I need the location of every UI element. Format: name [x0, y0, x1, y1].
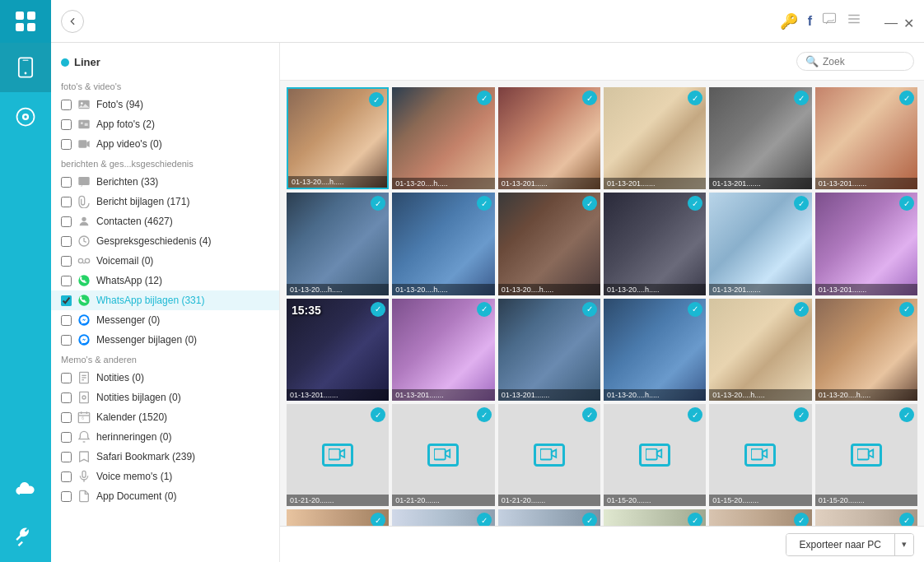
photo-cell[interactable]: ✓ 01-13-20....h.....: [604, 299, 706, 401]
photo-cell[interactable]: ✓ 01-13-201.......: [604, 87, 706, 189]
photo-grid-container[interactable]: ✓ 01-13-20....h..... ✓ 01-13-20....h....…: [280, 81, 924, 526]
app-photos-checkbox[interactable]: [61, 119, 72, 130]
app-photos-label: App foto's (2): [96, 118, 269, 130]
photo-cell-video[interactable]: ✓ 01-21-20.......: [498, 404, 600, 506]
photo-cell[interactable]: ✓ 01-13-201......: [498, 87, 600, 189]
svg-rect-6: [23, 60, 29, 61]
photo-cell[interactable]: ✓: [287, 509, 389, 526]
toolbar-music-icon[interactable]: [0, 92, 51, 142]
messenger-bijlagen-checkbox[interactable]: [61, 335, 72, 346]
photo-label: 01-13-201.......: [604, 178, 706, 189]
photo-cell-video[interactable]: ✓ 01-15-20.......: [604, 404, 706, 506]
bericht-bijlagen-checkbox[interactable]: [61, 197, 72, 207]
sidebar-item-whatsapp[interactable]: WhatsApp (12): [51, 271, 279, 290]
sidebar-item-photos[interactable]: Foto's (94): [51, 95, 279, 114]
sidebar-item-safari[interactable]: Safari Bookmark (239): [51, 447, 279, 467]
photo-cell[interactable]: ✓: [604, 509, 706, 526]
whatsapp-bijlagen-checkbox[interactable]: [61, 295, 72, 306]
bookmark-icon: [77, 449, 91, 464]
back-button[interactable]: [61, 10, 84, 33]
sidebar-item-app-document[interactable]: App Document (0): [51, 486, 279, 506]
app-video-icon: [77, 137, 91, 151]
notities-checkbox[interactable]: [61, 373, 72, 383]
photo-cell[interactable]: ✓ 01-13-20....h.....: [498, 193, 600, 295]
photo-cell[interactable]: ✓ 01-13-201.......: [392, 299, 494, 401]
photo-cell[interactable]: ✓ 01-13-201.......: [498, 299, 600, 401]
photo-cell[interactable]: ✓ 01-13-20....h.....: [392, 193, 494, 295]
export-button-label[interactable]: Exporteer naar PC: [786, 534, 895, 555]
photo-cell[interactable]: ✓ 01-13-201.......: [815, 193, 917, 295]
sidebar-item-gesprek[interactable]: Gespreksgeschiedenis (4): [51, 231, 279, 251]
sidebar-item-app-photos[interactable]: App foto's (2): [51, 114, 279, 134]
svg-rect-49: [857, 449, 869, 460]
photo-cell[interactable]: 15:35 ✓ 01-13-201.......: [287, 299, 389, 401]
messenger-checkbox[interactable]: [61, 315, 72, 326]
close-button[interactable]: ✕: [903, 16, 914, 27]
facebook-icon[interactable]: f: [808, 14, 812, 29]
photo-cell[interactable]: ✓ 01-13-20....h.....: [287, 193, 389, 295]
sidebar-item-berichten[interactable]: Berichten (33): [51, 172, 279, 192]
toolbar-cloud-icon[interactable]: [0, 463, 51, 513]
sidebar-item-voicemail[interactable]: Voicemail (0): [51, 251, 279, 271]
photo-cell-video[interactable]: ✓ 01-21-20.......: [392, 404, 494, 506]
photo-cell[interactable]: ✓ 01-13-20....h.....: [604, 193, 706, 295]
search-box[interactable]: 🔍: [796, 52, 914, 71]
key-icon[interactable]: 🔑: [780, 12, 798, 30]
whatsapp-checkbox[interactable]: [61, 276, 72, 286]
berichten-checkbox[interactable]: [61, 177, 72, 188]
messenger-bijlagen-icon: [77, 332, 91, 347]
export-arrow-icon[interactable]: ▾: [895, 534, 913, 555]
photo-cell[interactable]: ✓ 01-13-20....h.....: [287, 87, 389, 189]
photo-cell[interactable]: ✓ 01-13-20....h.....: [709, 299, 811, 401]
sidebar-item-bericht-bijlagen[interactable]: Bericht bijlagen (171): [51, 192, 279, 211]
sidebar-item-app-videos[interactable]: App video's (0): [51, 134, 279, 154]
app-logo-button[interactable]: [0, 0, 51, 43]
photo-check: ✓: [582, 91, 597, 105]
photo-check: ✓: [582, 302, 597, 317]
safari-checkbox[interactable]: [61, 452, 72, 462]
search-input[interactable]: [823, 56, 905, 67]
kalender-checkbox[interactable]: [61, 412, 72, 423]
sidebar-item-messenger[interactable]: Messenger (0): [51, 310, 279, 330]
gesprek-checkbox[interactable]: [61, 236, 72, 247]
menu-icon[interactable]: [847, 12, 861, 30]
photo-cell[interactable]: ✓ 01-13-201.......: [815, 87, 917, 189]
photo-cell[interactable]: ✓: [392, 509, 494, 526]
chat-icon[interactable]: [822, 12, 837, 30]
photo-cell[interactable]: ✓ 01-13-201.......: [709, 193, 811, 295]
voice-memo-checkbox[interactable]: [61, 471, 72, 482]
photos-checkbox[interactable]: [61, 100, 72, 110]
photo-cell[interactable]: ✓ 01-13-20....h.....: [815, 299, 917, 401]
toolbar-tools-icon[interactable]: [0, 513, 51, 562]
herinneringen-checkbox[interactable]: [61, 432, 72, 443]
sidebar-item-voice-memo[interactable]: Voice memo's (1): [51, 467, 279, 486]
photo-cell[interactable]: ✓: [815, 509, 917, 526]
photo-check: ✓: [477, 407, 492, 422]
photo-cell-video[interactable]: ✓ 01-21-20.......: [287, 404, 389, 506]
sidebar-item-whatsapp-bijlagen[interactable]: WhatsApp bijlagen (331): [51, 290, 279, 310]
voicemail-checkbox[interactable]: [61, 256, 72, 267]
minimize-button[interactable]: —: [884, 16, 896, 27]
sidebar-item-notities[interactable]: Notities (0): [51, 368, 279, 388]
photo-cell[interactable]: ✓ 01-13-201.......: [709, 87, 811, 189]
svg-point-24: [85, 258, 89, 262]
sidebar-item-messenger-bijlagen[interactable]: Messenger bijlagen (0): [51, 330, 279, 350]
photo-check: ✓: [688, 513, 702, 526]
photo-cell[interactable]: ✓: [709, 509, 811, 526]
app-document-checkbox[interactable]: [61, 491, 72, 502]
contacten-checkbox[interactable]: [61, 216, 72, 227]
sidebar-item-notities-bijlagen[interactable]: Notities bijlagen (0): [51, 388, 279, 407]
notities-bijlagen-checkbox[interactable]: [61, 392, 72, 403]
sidebar-item-kalender[interactable]: 6 Kalender (1520): [51, 407, 279, 427]
toolbar-device-icon[interactable]: [0, 43, 51, 92]
photo-cell[interactable]: ✓: [498, 509, 600, 526]
sidebar-item-herinneringen[interactable]: herinneringen (0): [51, 427, 279, 447]
photo-cell-video[interactable]: ✓ 01-15-20........: [815, 404, 917, 506]
export-button[interactable]: Exporteer naar PC ▾: [786, 533, 914, 556]
sidebar-item-contacten[interactable]: Contacten (4627): [51, 211, 279, 231]
app-videos-checkbox[interactable]: [61, 139, 72, 150]
photo-cell-video[interactable]: ✓ 01-15-20........: [709, 404, 811, 506]
photo-cell[interactable]: ✓ 01-13-20....h.....: [392, 87, 494, 189]
svg-rect-36: [78, 413, 89, 423]
video-overlay: [851, 444, 882, 467]
